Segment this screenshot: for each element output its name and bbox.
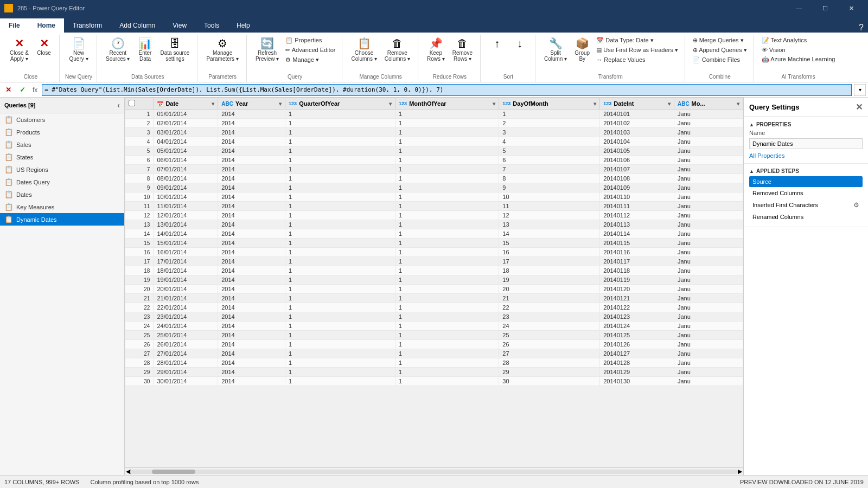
- close-apply-button[interactable]: ✕ Close &Apply ▾: [7, 36, 32, 64]
- step-inserted-first-characters[interactable]: Inserted First Characters ⚙: [749, 199, 863, 211]
- sidebar-collapse-button[interactable]: ‹: [117, 101, 120, 110]
- query-settings-close-button[interactable]: ✕: [856, 102, 863, 112]
- recent-sources-button[interactable]: 🕐 RecentSources ▾: [103, 36, 133, 64]
- table-row[interactable]: 1515/01/20142014111520140115Janu: [125, 239, 743, 248]
- sidebar-item-products[interactable]: 📋 Products: [0, 126, 124, 138]
- grid-wrapper[interactable]: 📅 Date ▾ ABC Year ▾: [125, 98, 743, 467]
- table-row[interactable]: 2828/01/20142014112820140128Janu: [125, 358, 743, 368]
- sidebar-item-key-measures[interactable]: 📋 Key Measures: [0, 201, 124, 213]
- enter-data-button[interactable]: 📊 EnterData: [135, 36, 156, 64]
- table-row[interactable]: 909/01/2014201411920140109Janu: [125, 183, 743, 192]
- first-row-button[interactable]: ▤ Use First Row as Headers ▾: [594, 46, 680, 55]
- table-row[interactable]: 1010/01/20142014111020140110Janu: [125, 192, 743, 202]
- data-type-button[interactable]: 📅 Data Type: Date ▾: [594, 36, 680, 45]
- table-row[interactable]: 2626/01/20142014112620140126Janu: [125, 340, 743, 349]
- scroll-left-arrow[interactable]: ◀: [126, 468, 130, 475]
- sidebar-item-dynamic-dates[interactable]: 📋 Dynamic Dates: [0, 213, 124, 226]
- remove-rows-button[interactable]: 🗑 RemoveRows ▾: [449, 36, 476, 64]
- table-row[interactable]: 1414/01/20142014111420140114Janu: [125, 229, 743, 239]
- table-row[interactable]: 2121/01/20142014112120140121Janu: [125, 294, 743, 303]
- table-row[interactable]: 404/01/2014201411420140104Janu: [125, 137, 743, 146]
- table-row[interactable]: 1717/01/20142014111720140117Janu: [125, 257, 743, 266]
- replace-values-button[interactable]: ↔ Replace Values: [594, 55, 680, 64]
- text-analytics-button[interactable]: 📝 Text Analytics: [760, 36, 838, 45]
- table-row[interactable]: 1111/01/20142014111120140111Janu: [125, 202, 743, 211]
- all-properties-link[interactable]: All Properties: [749, 152, 784, 159]
- table-row[interactable]: 1616/01/20142014111620140116Janu: [125, 248, 743, 257]
- merge-queries-button[interactable]: ⊕ Merge Queries ▾: [691, 36, 749, 45]
- combine-files-button[interactable]: 📄 Combine Files: [691, 55, 749, 65]
- formula-expand-button[interactable]: ▾: [854, 84, 866, 96]
- sidebar-item-us-regions[interactable]: 📋 US Regions: [0, 163, 124, 176]
- table-row[interactable]: 2525/01/20142014112520140125Janu: [125, 331, 743, 340]
- manage-parameters-button[interactable]: ⚙ ManageParameters ▾: [203, 36, 241, 64]
- quarter-filter-icon[interactable]: ▾: [389, 101, 392, 107]
- tab-help[interactable]: Help: [228, 18, 259, 33]
- maximize-button[interactable]: ☐: [813, 0, 838, 16]
- table-row[interactable]: 2323/01/20142014112320140123Janu: [125, 312, 743, 322]
- sidebar-item-dates-query[interactable]: 📋 Dates Query: [0, 176, 124, 188]
- table-row[interactable]: 1313/01/20142014111320140113Janu: [125, 220, 743, 229]
- manage-button[interactable]: ⚙ Manage ▾: [283, 55, 337, 65]
- sidebar-item-sales[interactable]: 📋 Sales: [0, 138, 124, 151]
- sidebar-item-states[interactable]: 📋 States: [0, 151, 124, 163]
- col-year-header[interactable]: ABC Year ▾: [218, 98, 285, 110]
- col-dateint-header[interactable]: 123 DateInt ▾: [600, 98, 674, 110]
- group-by-button[interactable]: 📦 GroupBy: [571, 36, 593, 64]
- tab-file[interactable]: File: [0, 18, 29, 33]
- sidebar-item-dates[interactable]: 📋 Dates: [0, 188, 124, 201]
- step-removed-columns[interactable]: Removed Columns: [749, 188, 863, 198]
- help-icon[interactable]: ?: [859, 23, 864, 33]
- vision-button[interactable]: 👁 Vision: [760, 46, 838, 54]
- table-row[interactable]: 101/01/2014201411120140101Janu: [125, 110, 743, 119]
- scroll-right-arrow[interactable]: ▶: [738, 468, 742, 475]
- table-row[interactable]: 606/01/2014201411620140106Janu: [125, 156, 743, 165]
- table-row[interactable]: 303/01/2014201411320140103Janu: [125, 128, 743, 137]
- horizontal-scrollbar[interactable]: ◀ ▶: [125, 467, 743, 475]
- col-date-header[interactable]: 📅 Date ▾: [154, 98, 218, 110]
- formula-input[interactable]: [42, 84, 852, 96]
- step-gear-icon[interactable]: ⚙: [853, 201, 859, 209]
- tab-home[interactable]: Home: [29, 18, 64, 33]
- col-quarter-header[interactable]: 123 QuarterOfYear ▾: [285, 98, 395, 110]
- close-button[interactable]: ✕: [839, 0, 864, 16]
- table-row[interactable]: 3030/01/20142014113020140130Janu: [125, 377, 743, 386]
- table-row[interactable]: 2222/01/20142014112220140122Janu: [125, 303, 743, 312]
- append-queries-button[interactable]: ⊕ Append Queries ▾: [691, 46, 749, 55]
- data-source-settings-button[interactable]: 🗄 Data sourcesettings: [157, 36, 193, 64]
- col-month-header[interactable]: 123 MonthOfYear ▾: [395, 98, 499, 110]
- day-filter-icon[interactable]: ▾: [593, 101, 596, 107]
- table-row[interactable]: 1212/01/20142014111220140112Janu: [125, 211, 743, 220]
- sort-desc-button[interactable]: ↓: [509, 36, 531, 51]
- azure-ml-button[interactable]: 🤖 Azure Machine Learning: [760, 55, 838, 64]
- sort-asc-button[interactable]: ↑: [486, 36, 508, 51]
- formula-confirm-button[interactable]: ✓: [16, 84, 28, 96]
- properties-button[interactable]: 📋 Properties: [283, 36, 337, 45]
- table-row[interactable]: 1919/01/20142014111920140119Janu: [125, 275, 743, 285]
- split-column-button[interactable]: 🔧 SplitColumn ▾: [541, 36, 570, 64]
- formula-cancel-button[interactable]: ✕: [2, 84, 14, 96]
- table-row[interactable]: 2929/01/20142014112920140129Janu: [125, 368, 743, 377]
- sidebar-item-customers[interactable]: 📋 Customers: [0, 113, 124, 126]
- table-row[interactable]: 707/01/2014201411720140107Janu: [125, 165, 743, 174]
- tab-add-column[interactable]: Add Column: [111, 18, 164, 33]
- keep-rows-button[interactable]: 📌 KeepRows ▾: [424, 36, 448, 64]
- tab-view[interactable]: View: [164, 18, 195, 33]
- table-row[interactable]: 808/01/2014201411820140108Janu: [125, 174, 743, 183]
- table-row[interactable]: 202/01/2014201411220140102Janu: [125, 119, 743, 128]
- table-row[interactable]: 2020/01/20142014112020140120Janu: [125, 285, 743, 294]
- dateint-filter-icon[interactable]: ▾: [668, 101, 671, 107]
- tab-transform[interactable]: Transform: [64, 18, 111, 33]
- select-all-checkbox[interactable]: [129, 100, 135, 106]
- month-filter-icon[interactable]: ▾: [493, 101, 495, 107]
- year-filter-icon[interactable]: ▾: [279, 101, 282, 107]
- step-source[interactable]: Source: [749, 176, 863, 187]
- refresh-preview-button[interactable]: 🔄 RefreshPreview ▾: [252, 36, 282, 64]
- tab-tools[interactable]: Tools: [195, 18, 228, 33]
- scroll-thumb[interactable]: [152, 470, 195, 474]
- new-query-button[interactable]: 📄 NewQuery ▾: [66, 36, 92, 64]
- col-mo-header[interactable]: ABC Mo... ▾: [674, 98, 743, 110]
- table-row[interactable]: 1818/01/20142014111820140118Janu: [125, 266, 743, 275]
- table-row[interactable]: 2727/01/20142014112720140127Janu: [125, 349, 743, 358]
- col-day-header[interactable]: 123 DayOfMonth ▾: [499, 98, 600, 110]
